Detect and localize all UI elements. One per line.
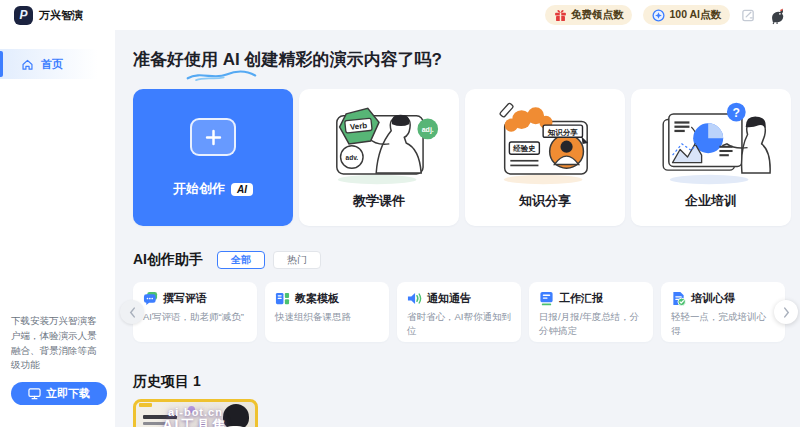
scene-card-teaching[interactable]: Verb adv. adj. 教学课件 xyxy=(299,89,459,226)
assistant-card-title: 培训心得 xyxy=(691,291,735,306)
title-underline-swoosh xyxy=(184,69,258,82)
assistant-heading: AI创作助手 xyxy=(133,251,203,269)
download-promo-text: 下载安装万兴智演客户端，体验演示人景融合、背景消除等高级功能 xyxy=(11,314,104,373)
assistant-card-title: 教案模板 xyxy=(295,291,339,306)
history-project-thumbnail[interactable]: ai-bot.cn AI工具集 xyxy=(133,399,258,427)
assistant-card-comments[interactable]: 撰写评语 AI写评语，助老师“减负” xyxy=(133,282,257,342)
free-points-button[interactable]: 免费领点数 xyxy=(545,5,633,25)
tag-adv: adv. xyxy=(346,154,359,161)
sidebar: 首页 下载安装万兴智演客户端，体验演示人景融合、背景消除等高级功能 立即下载 xyxy=(0,30,115,427)
page-title-text: 准备好使用 AI 创建精彩的演示内容了吗? xyxy=(133,50,442,69)
assistant-card-notice[interactable]: 通知通告 省时省心，AI帮你通知到位 xyxy=(397,282,521,342)
thumbnail-watermark: ai-bot.cn AI工具集 xyxy=(136,406,255,427)
assistant-card-title: 撰写评语 xyxy=(163,291,207,306)
plus-icon xyxy=(190,118,236,156)
tag-knowledge-share: 知识分享 xyxy=(547,128,579,137)
app-logo-icon: P xyxy=(14,6,33,25)
scene-card-knowledge[interactable]: 知识分享 经验史 知识分享 xyxy=(465,89,625,226)
watermark-line2: AI工具集 xyxy=(136,418,255,427)
tag-experience: 经验史 xyxy=(512,144,536,153)
page-title: 准备好使用 AI 创建精彩的演示内容了吗? xyxy=(133,48,442,71)
carousel-right-button[interactable] xyxy=(774,300,798,324)
scene-card-label: 企业培训 xyxy=(685,192,737,210)
ai-points-label: 100 AI点数 xyxy=(669,8,721,22)
download-promo: 下载安装万兴智演客户端，体验演示人景融合、背景消除等高级功能 立即下载 xyxy=(11,314,104,405)
scene-card-row: 开始创作 AI Verb adv. xyxy=(133,89,800,226)
avatar[interactable] xyxy=(767,6,786,25)
speaker-icon xyxy=(407,291,422,306)
ai-badge: AI xyxy=(231,183,253,196)
assistant-card-work-report[interactable]: 工作汇报 日报/月报/年度总结，分分钟搞定 xyxy=(529,282,653,342)
template-icon xyxy=(275,291,290,306)
assistant-tabs: 全部 热门 xyxy=(217,251,321,269)
coin-icon xyxy=(652,9,665,22)
carousel-left-button[interactable] xyxy=(120,300,144,324)
free-points-label: 免费领点数 xyxy=(571,8,624,22)
tag-verb: Verb xyxy=(349,121,367,132)
comment-icon xyxy=(143,291,158,306)
topbar: P 万兴智演 免费领点数 100 AI点数 xyxy=(0,0,800,30)
main-content: 准备好使用 AI 创建精彩的演示内容了吗? 开始创作 AI xyxy=(115,30,800,427)
create-card-label: 开始创作 xyxy=(173,180,225,198)
knowledge-illustration: 知识分享 经验史 xyxy=(484,97,606,187)
teaching-illustration: Verb adv. adj. xyxy=(318,97,440,187)
sidebar-item-label: 首页 xyxy=(41,57,63,72)
ai-points-button[interactable]: 100 AI点数 xyxy=(643,5,730,25)
download-button[interactable]: 立即下载 xyxy=(11,382,107,405)
monitor-icon xyxy=(28,388,41,400)
assistant-card-desc: 轻轻一点，完成培训心得 xyxy=(671,310,775,338)
create-presentation-card[interactable]: 开始创作 AI xyxy=(133,89,293,226)
topbar-actions: 免费领点数 100 AI点数 xyxy=(545,5,786,25)
report-icon xyxy=(539,291,554,306)
home-icon xyxy=(21,58,34,71)
assistant-header: AI创作助手 全部 热门 xyxy=(133,251,800,269)
gift-icon xyxy=(554,9,567,22)
tag-adj: adj. xyxy=(422,126,434,134)
assistant-card-desc: 省时省心，AI帮你通知到位 xyxy=(407,310,511,338)
tab-all[interactable]: 全部 xyxy=(217,251,265,269)
assistant-card-lesson-template[interactable]: 教案模板 快速组织备课思路 xyxy=(265,282,389,342)
history-heading: 历史项目 1 xyxy=(133,373,800,391)
assistant-card-title: 通知通告 xyxy=(427,291,471,306)
brand-name: 万兴智演 xyxy=(39,8,83,23)
tab-hot[interactable]: 热门 xyxy=(273,251,321,269)
assistant-card-desc: 快速组织备课思路 xyxy=(275,310,379,324)
training-illustration: ? xyxy=(650,97,772,187)
scene-card-label: 教学课件 xyxy=(353,192,405,210)
assistant-card-desc: AI写评语，助老师“减负” xyxy=(143,310,247,324)
assistant-card-training-notes[interactable]: 培训心得 轻轻一点，完成培训心得 xyxy=(661,282,785,342)
scene-card-label: 知识分享 xyxy=(519,192,571,210)
feedback-icon[interactable] xyxy=(741,8,756,23)
question-bubble: ? xyxy=(733,106,740,120)
assistant-card-title: 工作汇报 xyxy=(559,291,603,306)
download-button-label: 立即下载 xyxy=(46,386,90,401)
assistant-card-row: 撰写评语 AI写评语，助老师“减负” 教案模板 快速组织备课思路 xyxy=(133,282,785,342)
brand: P 万兴智演 xyxy=(14,6,83,25)
scene-card-training[interactable]: ? 企业培训 xyxy=(631,89,791,226)
checklist-icon xyxy=(671,291,686,306)
sidebar-item-home[interactable]: 首页 xyxy=(0,49,115,79)
assistant-card-desc: 日报/月报/年度总结，分分钟搞定 xyxy=(539,310,643,338)
